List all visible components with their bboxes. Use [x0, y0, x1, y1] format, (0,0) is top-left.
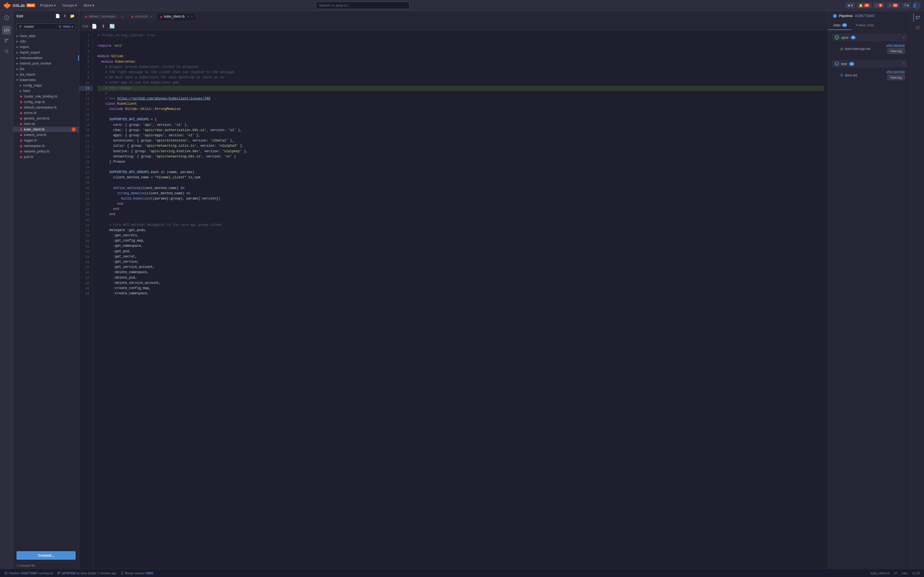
- close-tab-button[interactable]: ✕: [150, 15, 152, 18]
- tree-item-network_policy[interactable]: ◆ network_policy.rb: [13, 149, 79, 154]
- left-icon-git[interactable]: [2, 36, 11, 45]
- view-log-button-docs[interactable]: View log: [887, 75, 905, 80]
- folder-icon: ▾: [16, 78, 18, 82]
- job-running-icon: [840, 74, 843, 77]
- tree-item-cluster_role_binding[interactable]: ◆ cluster_role_binding.rb: [13, 94, 79, 99]
- tree-item-kubernetes[interactable]: ▾ kubernetes: [13, 77, 79, 83]
- tree-item-logger[interactable]: ◆ logger.rb: [13, 138, 79, 143]
- job-group-header-test[interactable]: test 1 ▾: [832, 60, 908, 68]
- tree-item-default_namespace[interactable]: ◆ default_namespace.rb: [13, 105, 79, 110]
- close-tab-button[interactable]: ✕: [121, 15, 123, 18]
- tab-jobs[interactable]: Jobs 2: [829, 21, 851, 30]
- tree-item-config_map[interactable]: ◆ config_map.rb: [13, 99, 79, 105]
- tree-item-pod[interactable]: ◆ pod.rb: [13, 154, 79, 160]
- status-commit-link[interactable]: a278742b: [62, 572, 75, 575]
- nav-items: Projects ▾ Groups ▾ More ▾: [37, 2, 97, 8]
- mr-status-icon: [121, 572, 124, 575]
- nav-projects[interactable]: Projects ▾: [37, 2, 58, 8]
- svg-line-6: [7, 52, 8, 53]
- tree-item-internal_post_receive[interactable]: ▸ internal_post_receive: [13, 61, 79, 66]
- tree-item-namespace[interactable]: ◆ namespace.rb: [13, 143, 79, 149]
- upload-file-button[interactable]: ⬆: [62, 13, 68, 19]
- tree-item-import[interactable]: ▸ import: [13, 44, 79, 50]
- changed-file-count: 1 changed file: [13, 562, 79, 569]
- branch-selector[interactable]: master !9800 ▾: [16, 23, 76, 30]
- file-tree-body: ▸ hook_data ▸ i18n ▸ import ▸ import_exp…: [13, 32, 79, 549]
- view-log-button[interactable]: View log: [887, 48, 905, 54]
- sync-chevron-icon: ▾: [903, 35, 905, 39]
- ruby-file-icon: ◆: [20, 105, 22, 110]
- folder-icon: ▸: [16, 67, 18, 71]
- ruby-file-icon: ◆: [20, 122, 22, 126]
- file-tree-header: Edit 📄 ⬆ 📁: [13, 11, 79, 21]
- tree-item-helm[interactable]: ▸ helm: [13, 88, 79, 94]
- user-avatar-button[interactable]: 👤: [913, 2, 921, 10]
- new-file-button[interactable]: 📄: [54, 13, 61, 19]
- tree-item-generic_secret[interactable]: ◆ generic_secret.rb: [13, 116, 79, 121]
- file-tree: Edit 📄 ⬆ 📁 master !9800 ▾ ▸ hook_data: [13, 11, 79, 569]
- chevron-down-icon: ▾: [54, 3, 56, 7]
- tree-item-instrumentation[interactable]: ▸ instrumentation: [13, 55, 79, 61]
- tree-item-kubectl_cmd[interactable]: ◆ kubectl_cmd.rb: [13, 132, 79, 138]
- nav-more[interactable]: More ▾: [81, 2, 97, 8]
- pipeline-body: sync 1 ▾ dont-interrupt-me #551362928 Vi…: [829, 30, 911, 569]
- panel-icon-pipeline[interactable]: [913, 13, 922, 22]
- job-link-551362928[interactable]: #551362928: [886, 44, 905, 48]
- tree-item-kube_client[interactable]: ◆ kube_client.rb ●: [13, 127, 79, 132]
- close-tab-button[interactable]: ✕: [187, 15, 189, 18]
- pipeline-tabs: Jobs 2 Failed Jobs: [829, 21, 911, 30]
- status-encoding: LF: [894, 572, 897, 575]
- status-filename: kube_client.rb: [871, 572, 890, 575]
- branch-name: master: [24, 25, 34, 29]
- tree-item-errors[interactable]: ◆ errors.rb: [13, 110, 79, 116]
- pipeline-link[interactable]: #145771847: [855, 14, 875, 18]
- branch-icon: [58, 572, 61, 575]
- tab-failed-jobs[interactable]: Failed Jobs: [851, 21, 878, 30]
- job-group-header-sync[interactable]: sync 1 ▾: [832, 34, 908, 41]
- refresh-toolbar-button[interactable]: 🔄: [108, 23, 116, 29]
- tree-item-i18n[interactable]: ▸ i18n: [13, 39, 79, 44]
- job-link-551362930[interactable]: #551362930: [886, 70, 905, 74]
- upload-toolbar-button[interactable]: ⬆: [100, 23, 106, 29]
- status-pipeline-link[interactable]: #145771847: [21, 572, 37, 575]
- ruby-icon: ◆: [160, 15, 162, 18]
- panel-icon-settings[interactable]: [913, 23, 922, 32]
- nav-groups[interactable]: Groups ▾: [60, 2, 80, 8]
- folder-icon: ▸: [16, 61, 18, 65]
- pipeline-status-icon: [833, 14, 837, 18]
- folder-icon: ▸: [16, 40, 18, 44]
- tree-item-helm-rb[interactable]: ◆ helm.rb: [13, 121, 79, 127]
- job-item-docs-lint: docs lint #551362930 View log: [832, 69, 908, 82]
- commit-button[interactable]: Commit...: [16, 551, 76, 560]
- help-button[interactable]: ? ▾: [902, 2, 911, 8]
- new-folder-button[interactable]: 📁: [69, 13, 76, 19]
- status-time: 11:18: [912, 572, 919, 575]
- tree-item-config_maps[interactable]: ▸ config_maps: [13, 83, 79, 88]
- editor-content: 12345 678910 11 1213141516 1718192021 22…: [79, 31, 828, 569]
- issues-button[interactable]: ✓ 10: [887, 2, 900, 8]
- right-panel: Pipeline #145771847 Jobs 2 Failed Jobs: [828, 11, 911, 569]
- tree-item-jira[interactable]: ▸ jira: [13, 66, 79, 72]
- mr-icon: [59, 25, 61, 28]
- notifications-button[interactable]: 🔔 10: [857, 2, 872, 8]
- tab-errors[interactable]: ◆ errors.rb ✕: [128, 13, 156, 20]
- nav-icons: ⊕ ▾ 🔔 10 ⑂ 5 ✓ 10 ? ▾ 👤: [845, 2, 921, 10]
- code-editor[interactable]: # frozen_string_literal: true require 'u…: [93, 31, 828, 569]
- ruby-icon: ◆: [85, 15, 87, 18]
- tab-kube-client[interactable]: ◆ kube_client.rb ✕ ●: [157, 13, 196, 20]
- left-icon-code[interactable]: [2, 26, 11, 35]
- tab-default-namespace[interactable]: ◆ default_namespac... ✕: [81, 13, 127, 20]
- left-icon-search[interactable]: [2, 47, 11, 55]
- tree-item-jira_import[interactable]: ▸ jira_import: [13, 72, 79, 77]
- tree-item-import_export[interactable]: ▸ import_export: [13, 50, 79, 55]
- ruby-file-icon: ◆: [20, 133, 22, 137]
- status-right: kube_client.rb LF ruby 11:18: [871, 572, 919, 575]
- create-button[interactable]: ⊕ ▾: [845, 2, 855, 8]
- left-icon-home[interactable]: [2, 13, 11, 22]
- status-mr-link[interactable]: !9800: [146, 572, 153, 575]
- folder-icon: ▸: [16, 56, 18, 60]
- search-input[interactable]: [316, 2, 409, 9]
- new-file-toolbar-button[interactable]: 📄: [90, 23, 98, 29]
- merge-requests-button[interactable]: ⑂ 5: [873, 2, 885, 8]
- tree-item-hook_data[interactable]: ▸ hook_data: [13, 33, 79, 39]
